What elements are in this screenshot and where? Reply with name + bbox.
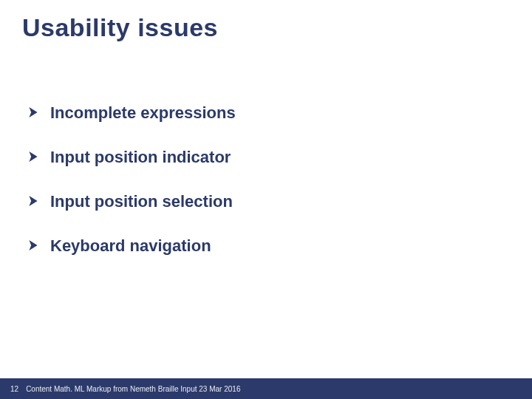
list-item: Input position selection (28, 192, 502, 211)
chevron-right-icon (28, 240, 40, 252)
bullet-text: Keyboard navigation (50, 236, 211, 256)
chevron-right-icon (28, 151, 40, 163)
bullet-text: Input position selection (50, 192, 233, 211)
chevron-right-icon (28, 196, 40, 208)
bullet-text: Incomplete expressions (50, 103, 236, 123)
bullet-list: Incomplete expressions Input position in… (28, 103, 502, 281)
list-item: Keyboard navigation (28, 236, 502, 256)
list-item: Input position indicator (28, 148, 502, 167)
bullet-text: Input position indicator (50, 148, 231, 167)
list-item: Incomplete expressions (28, 103, 502, 123)
chevron-right-icon (28, 107, 40, 119)
slide-title: Usability issues (22, 13, 218, 42)
footer-bar: 12 Content Math. ML Markup from Nemeth B… (0, 378, 532, 399)
footer-text: Content Math. ML Markup from Nemeth Brai… (26, 385, 240, 393)
slide: Usability issues Incomplete expressions … (0, 0, 532, 399)
page-number: 12 (10, 385, 18, 393)
